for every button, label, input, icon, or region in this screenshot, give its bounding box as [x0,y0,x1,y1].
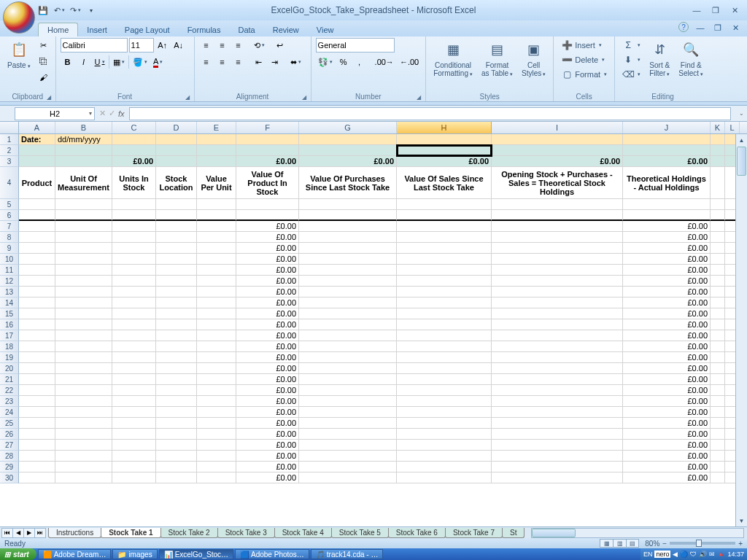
cell-G3[interactable]: £0.00 [299,156,397,167]
cell-D29[interactable] [156,462,197,472]
cell-I24[interactable] [492,407,623,418]
cell-A6[interactable] [19,210,55,221]
cell-C4[interactable]: Units In Stock [112,167,156,199]
cell-B21[interactable] [55,374,112,385]
cell-F26[interactable]: £0.00 [236,429,299,440]
cell-A18[interactable] [19,341,55,352]
cell-J14[interactable]: £0.00 [623,298,711,308]
cell-H23[interactable] [397,396,492,407]
cell-K5[interactable] [711,199,725,210]
cell-B25[interactable] [55,418,112,429]
select-all-corner[interactable] [0,122,19,133]
cell-J6[interactable] [623,210,711,221]
cut-icon[interactable]: ✂ [36,38,51,52]
cell-C16[interactable] [112,319,156,330]
cell-J30[interactable]: £0.00 [623,472,711,483]
cell-I3[interactable]: £0.00 [492,156,623,167]
sheet-tab[interactable]: Stock Take 6 [388,528,446,538]
merge-center-icon[interactable]: ⬌ [288,55,303,69]
cell-B12[interactable] [55,276,112,287]
cell-F23[interactable]: £0.00 [236,396,299,407]
cell-H17[interactable] [397,330,492,341]
cell-I29[interactable] [492,462,623,472]
cell-D17[interactable] [156,330,197,341]
cell-H6[interactable] [397,210,492,221]
cell-B28[interactable] [55,451,112,462]
tray-icon[interactable]: ◀ [673,551,678,558]
row-header[interactable]: 30 [0,472,19,483]
cell-E23[interactable] [197,396,236,407]
cell-L17[interactable] [725,330,735,341]
cell-A11[interactable] [19,265,55,276]
cell-B6[interactable] [55,210,112,221]
cell-C19[interactable] [112,352,156,363]
row-header[interactable]: 2 [0,145,19,156]
column-header-F[interactable]: F [236,122,299,133]
cell-F20[interactable]: £0.00 [236,363,299,374]
column-header-D[interactable]: D [156,122,197,133]
cell-G29[interactable] [299,462,397,472]
cell-I17[interactable] [492,330,623,341]
cell-F4[interactable]: Value Of Product In Stock [236,167,299,199]
cell-E28[interactable] [197,451,236,462]
row-header[interactable]: 18 [0,341,19,352]
cell-B4[interactable]: Unit Of Measurement [55,167,112,199]
cell-A29[interactable] [19,462,55,472]
column-header-I[interactable]: I [492,122,623,133]
cell-B8[interactable] [55,232,112,243]
cell-J18[interactable]: £0.00 [623,341,711,352]
cell-L10[interactable] [725,254,735,265]
italic-button[interactable]: I [77,55,91,69]
cell-E22[interactable] [197,385,236,396]
cell-K7[interactable] [711,221,725,232]
cell-K17[interactable] [711,330,725,341]
formula-input[interactable] [129,107,731,120]
save-icon[interactable]: 💾 [36,4,50,17]
align-middle-icon[interactable]: ≡ [215,38,230,52]
cell-L20[interactable] [725,363,735,374]
cell-B24[interactable] [55,407,112,418]
cell-A13[interactable] [19,287,55,298]
column-header-C[interactable]: C [112,122,156,133]
last-sheet-icon[interactable]: ⏭ [34,528,46,538]
cell-G28[interactable] [299,451,397,462]
tab-formulas[interactable]: Formulas [179,23,230,36]
cell-C6[interactable] [112,210,156,221]
cell-D4[interactable]: Stock Location [156,167,197,199]
cell-G8[interactable] [299,232,397,243]
cell-D10[interactable] [156,254,197,265]
column-header-L[interactable]: L [725,122,740,133]
cell-L13[interactable] [725,287,735,298]
cell-H22[interactable] [397,385,492,396]
cell-E16[interactable] [197,319,236,330]
column-header-B[interactable]: B [55,122,112,133]
cell-J26[interactable]: £0.00 [623,429,711,440]
percent-icon[interactable]: % [336,55,351,69]
row-header[interactable]: 6 [0,210,19,221]
column-header-H[interactable]: H [397,122,492,133]
cell-C9[interactable] [112,243,156,254]
cell-styles-button[interactable]: ▣Cell Styles [519,38,549,79]
cell-C17[interactable] [112,330,156,341]
format-as-table-button[interactable]: ▤Format as Table [479,38,516,79]
cell-D15[interactable] [156,308,197,319]
cell-H27[interactable] [397,440,492,451]
row-header[interactable]: 27 [0,440,19,451]
cell-G19[interactable] [299,352,397,363]
cell-J1[interactable] [623,134,711,145]
cell-G20[interactable] [299,363,397,374]
cell-A10[interactable] [19,254,55,265]
cell-I22[interactable] [492,385,623,396]
cell-C21[interactable] [112,374,156,385]
cell-C24[interactable] [112,407,156,418]
accounting-format-icon[interactable]: 💱 [316,55,335,69]
cell-D3[interactable] [156,156,197,167]
cell-L22[interactable] [725,385,735,396]
cell-A12[interactable] [19,276,55,287]
cell-F15[interactable]: £0.00 [236,308,299,319]
row-header[interactable]: 12 [0,276,19,287]
name-box[interactable]: H2 [15,107,95,120]
cell-D16[interactable] [156,319,197,330]
sheet-tab[interactable]: Stock Take 4 [274,528,332,538]
cell-I20[interactable] [492,363,623,374]
